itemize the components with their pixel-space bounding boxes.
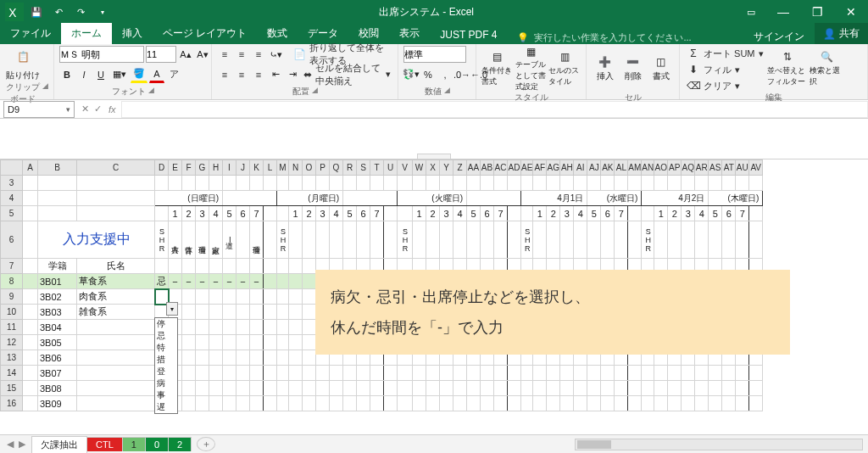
align-top-icon[interactable]: ≡ — [217, 46, 232, 63]
cond-format-button[interactable]: ▤条件付き書式 — [481, 46, 514, 92]
row-header[interactable]: 6 — [1, 221, 23, 259]
sheet-tab-2[interactable]: CTL — [86, 437, 123, 451]
align-right-icon[interactable]: ≡ — [251, 66, 266, 83]
format-cells-button[interactable]: ◫書式 — [648, 46, 674, 92]
number-launcher-icon[interactable]: ◢ — [444, 86, 450, 98]
row-header[interactable]: 15 — [1, 381, 23, 396]
accounting-icon[interactable]: 💱▾ — [403, 66, 419, 83]
sheet-tab-5[interactable]: 2 — [168, 437, 192, 451]
align-bottom-icon[interactable]: ≡ — [251, 46, 266, 63]
bold-button[interactable]: B — [59, 66, 75, 83]
font-size-combo[interactable] — [146, 46, 176, 63]
formula-bar[interactable] — [121, 101, 868, 118]
col-header[interactable]: T — [370, 160, 384, 176]
col-header[interactable]: Y — [440, 160, 453, 176]
col-header[interactable]: AD — [508, 160, 521, 176]
col-header[interactable]: AT — [722, 160, 736, 176]
col-header[interactable]: AV — [749, 160, 763, 176]
indent-dec-icon[interactable]: ⇤ — [268, 66, 283, 83]
col-header[interactable]: AG — [547, 160, 560, 176]
dropdown-option[interactable]: 停 — [155, 318, 177, 330]
col-header[interactable]: S — [357, 160, 370, 176]
insert-cells-button[interactable]: ➕挿入 — [592, 46, 618, 92]
col-header[interactable]: U — [384, 160, 398, 176]
col-header[interactable]: J — [236, 160, 250, 176]
col-header[interactable]: AB — [481, 160, 494, 176]
decrease-font-icon[interactable]: A▾ — [195, 46, 210, 63]
save-icon[interactable]: 💾 — [27, 3, 46, 21]
formula-expand-handle[interactable] — [417, 154, 451, 159]
dropdown-option[interactable]: 特 — [155, 342, 177, 354]
border-button[interactable]: ▦▾ — [110, 66, 129, 83]
align-middle-icon[interactable]: ≡ — [234, 46, 249, 63]
col-header[interactable]: D — [155, 160, 169, 176]
col-header[interactable]: M — [277, 160, 289, 176]
table-format-button[interactable]: ▦テーブルとして書式設定 — [515, 46, 548, 92]
namebox-drop-icon[interactable]: ▾ — [66, 105, 70, 114]
col-header[interactable]: AP — [668, 160, 682, 176]
sheet-nav[interactable]: ◀▶ — [0, 439, 32, 450]
tab-justpdf[interactable]: JUST PDF 4 — [430, 25, 507, 44]
dropdown-option[interactable]: 登 — [155, 366, 177, 378]
align-left-icon[interactable]: ≡ — [217, 66, 232, 83]
col-header[interactable]: AL — [615, 160, 628, 176]
col-header[interactable]: Q — [330, 160, 343, 176]
undo-icon[interactable]: ↶ — [49, 3, 68, 21]
col-header[interactable]: N — [289, 160, 303, 176]
italic-button[interactable]: I — [76, 66, 92, 83]
sheet-tab-4[interactable]: 0 — [145, 437, 169, 451]
tab-page-layout[interactable]: ページ レイアウト — [153, 23, 257, 44]
col-header[interactable]: AS — [709, 160, 722, 176]
sheet-next-icon[interactable]: ▶ — [19, 439, 25, 450]
col-header[interactable]: X — [426, 160, 440, 176]
font-launcher-icon[interactable]: ◢ — [148, 86, 154, 98]
col-header[interactable]: L — [264, 160, 277, 176]
tab-file[interactable]: ファイル — [0, 23, 61, 44]
col-header[interactable]: AE — [521, 160, 533, 176]
name-box[interactable]: D9▾ — [3, 101, 75, 118]
underline-button[interactable]: U — [93, 66, 108, 83]
increase-font-icon[interactable]: A▴ — [178, 46, 193, 63]
row-header[interactable]: 5 — [1, 206, 23, 221]
paste-button[interactable]: 📋 貼り付け — [5, 46, 41, 81]
row-header[interactable]: 3 — [1, 176, 23, 191]
tell-me[interactable]: 💡実行したい作業を入力してください... — [507, 31, 743, 44]
col-header[interactable]: AM — [628, 160, 642, 176]
row-header[interactable]: 7 — [1, 259, 23, 274]
dropdown-option[interactable]: 病 — [155, 378, 177, 389]
col-header[interactable]: AQ — [682, 160, 695, 176]
row-header[interactable]: 9 — [1, 289, 23, 305]
row-header[interactable]: 4 — [1, 191, 23, 206]
redo-icon[interactable]: ↷ — [71, 3, 90, 21]
cell-style-button[interactable]: ▥セルのスタイル — [548, 46, 581, 92]
col-header[interactable]: AK — [601, 160, 615, 176]
dropdown-option[interactable]: 忌 — [155, 330, 177, 342]
inc-decimal-icon[interactable]: .0→ — [454, 66, 470, 83]
wrap-text-button[interactable]: 📄折り返して全体を表示する — [292, 47, 392, 62]
merge-center-button[interactable]: ⬌セルを結合して中央揃え▾ — [302, 67, 392, 82]
font-name-combo[interactable] — [59, 46, 144, 63]
col-header[interactable]: B — [38, 160, 77, 176]
fx-icon[interactable]: fx — [108, 104, 121, 115]
percent-icon[interactable]: % — [420, 66, 436, 83]
tab-home[interactable]: ホーム — [61, 23, 112, 44]
col-header[interactable]: C — [77, 160, 155, 176]
col-header[interactable]: H — [209, 160, 223, 176]
signin-link[interactable]: サインイン — [743, 30, 815, 44]
horizontal-scrollbar[interactable] — [575, 439, 863, 450]
col-header[interactable]: G — [196, 160, 209, 176]
qat-customize-icon[interactable]: ▾ — [93, 3, 112, 21]
col-header[interactable]: AA — [467, 160, 481, 176]
ribbon-display-icon[interactable]: ▭ — [736, 0, 766, 24]
col-header[interactable]: AH — [560, 160, 574, 176]
cell-dropdown-button[interactable]: ▾ — [166, 302, 178, 316]
worksheet[interactable]: ABCDEFGHIJKLMNOPQRSTUVWXYZAAABACADAEAFAG… — [0, 159, 868, 434]
col-header[interactable]: R — [343, 160, 357, 176]
close-button[interactable]: ✕ — [834, 0, 868, 24]
row-header[interactable]: 11 — [1, 320, 23, 335]
scrollbar-thumb[interactable] — [577, 440, 611, 449]
row-header[interactable]: 8 — [1, 274, 23, 289]
col-header[interactable]: P — [316, 160, 330, 176]
font-color-button[interactable]: A — [149, 66, 164, 83]
align-center-icon[interactable]: ≡ — [234, 66, 249, 83]
